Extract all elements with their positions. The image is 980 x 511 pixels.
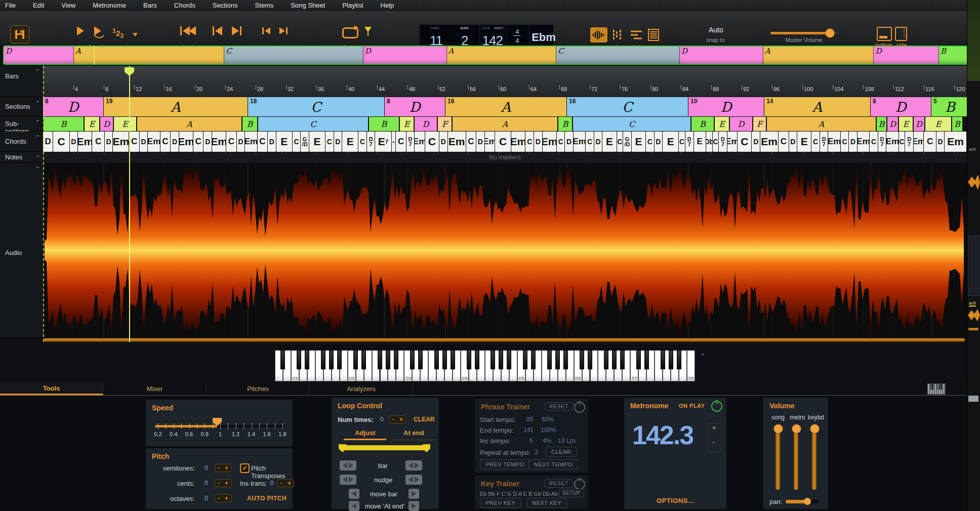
play-icon[interactable]	[77, 26, 84, 35]
menu-stems[interactable]: Stems	[255, 2, 274, 9]
chord-C[interactable]: C	[779, 132, 788, 152]
volume-handle-metro[interactable]	[792, 424, 801, 434]
black-key[interactable]	[386, 350, 390, 369]
black-key[interactable]	[337, 350, 342, 369]
chord-D7[interactable]: D7	[719, 132, 727, 152]
next-bar-icon[interactable]	[232, 26, 241, 35]
key-setup-button[interactable]: SETUP	[559, 489, 584, 497]
chord-E[interactable]: E	[797, 132, 811, 152]
subsection-block-B[interactable]: B	[558, 116, 573, 132]
subsection-block-D[interactable]: D	[729, 116, 753, 132]
metronome-minus[interactable]: -	[713, 439, 715, 446]
black-key[interactable]	[394, 350, 398, 369]
chord-D[interactable]: D	[655, 132, 663, 152]
octaves-stepper[interactable]: -+	[215, 494, 231, 502]
semitones-stepper[interactable]: -+	[215, 464, 231, 472]
subsection-block-D[interactable]: D	[414, 116, 437, 132]
prev-key-button[interactable]: PREV KEY	[480, 498, 521, 508]
chord-C[interactable]: C	[924, 132, 935, 152]
chord-C[interactable]: C	[586, 132, 594, 152]
pan-handle[interactable]	[804, 498, 811, 505]
loop-tab-adjust[interactable]: Adjust	[344, 429, 386, 440]
subsection-block-D[interactable]: D	[913, 116, 925, 132]
overview-section-D[interactable]: D	[874, 47, 939, 64]
chord-C[interactable]: C	[293, 132, 301, 152]
chord-D[interactable]: D	[203, 132, 212, 152]
sections-row[interactable]: 8D19A18C8D16A16C10D14A8D5B	[43, 97, 967, 116]
chord-E[interactable]: E	[276, 132, 292, 152]
loop-tab-at-end[interactable]: At end	[392, 429, 435, 440]
chord-C[interactable]: C	[617, 132, 623, 152]
chord-Em[interactable]: Em	[448, 132, 466, 152]
overview-section-A[interactable]: A	[447, 47, 557, 64]
black-key[interactable]	[434, 350, 439, 369]
black-key[interactable]	[499, 350, 503, 369]
menu-file[interactable]: File	[5, 2, 16, 9]
chord-Em[interactable]: Em	[148, 132, 159, 152]
prev-bar-icon[interactable]	[213, 26, 222, 35]
black-key[interactable]	[378, 350, 382, 369]
chord-E[interactable]: E	[632, 132, 645, 152]
chord-D7[interactable]: D7	[878, 132, 886, 152]
sidebar-row-audio[interactable]: Audio⌄	[0, 163, 43, 338]
menu-metronome[interactable]: Metronome	[93, 2, 126, 9]
volume-handle-keybd[interactable]	[810, 424, 820, 434]
chord-C[interactable]: C	[129, 132, 139, 152]
black-key[interactable]	[410, 350, 415, 369]
subsection-block-C[interactable]: C	[573, 116, 691, 132]
chevron-down-icon[interactable]: ⌄	[35, 152, 40, 158]
chord-GD[interactable]: G/D	[301, 132, 309, 152]
next-section-icon[interactable]	[279, 27, 288, 34]
chord-C[interactable]: C	[525, 132, 534, 152]
subsection-block-B[interactable]: B	[691, 116, 714, 132]
piano-keyboard[interactable]: C1C2C3C4C5C6C7C8	[275, 350, 695, 381]
section-block-A[interactable]: 16A	[445, 97, 567, 116]
chord-D[interactable]: D	[565, 132, 573, 152]
black-key[interactable]	[620, 350, 625, 369]
loop-clear-button[interactable]: CLEAR	[414, 416, 434, 423]
metronome-stepper[interactable]: + -	[707, 423, 721, 452]
bar-tab[interactable]: BAR	[461, 26, 469, 30]
metronome-plus[interactable]: +	[712, 424, 716, 432]
chevron-down-icon[interactable]: ⌄	[35, 97, 40, 104]
chord-C[interactable]: C	[713, 132, 719, 152]
section-block-D[interactable]: 10D	[688, 97, 764, 116]
section-block-A[interactable]: 14A	[764, 97, 871, 116]
prev-tempo-button[interactable]: PREV TEMPO	[480, 459, 530, 470]
begin-icon[interactable]	[180, 26, 196, 35]
black-key[interactable]	[329, 350, 334, 369]
save-button[interactable]	[10, 25, 29, 44]
chord-D[interactable]: D	[334, 132, 342, 152]
chord-D[interactable]: D	[237, 132, 245, 152]
chord-E[interactable]: E	[309, 132, 325, 152]
waveform-area[interactable]	[43, 163, 967, 338]
play-from-last-icon[interactable]	[94, 26, 101, 37]
loop-nudge-left-buttons[interactable]	[340, 475, 356, 485]
subsection-block-B[interactable]: B	[952, 116, 963, 132]
prev-section-icon[interactable]	[262, 27, 270, 34]
subsection-block-E[interactable]: E	[84, 116, 100, 132]
black-key[interactable]	[507, 350, 511, 369]
chord-D[interactable]: D	[105, 132, 113, 152]
black-key[interactable]	[547, 350, 552, 369]
menu-edit[interactable]: Edit	[33, 2, 44, 9]
chord-C[interactable]: C	[646, 132, 654, 152]
chord-E7[interactable]: E7	[375, 132, 391, 152]
chord-C[interactable]: C	[495, 132, 511, 152]
overview-section-C[interactable]: C	[556, 47, 680, 64]
black-key[interactable]	[612, 350, 617, 369]
sidebar-row-bars[interactable]: Bars⌄	[0, 66, 43, 97]
count-in-icon[interactable]: 123	[112, 27, 124, 39]
chord-Em[interactable]: Em	[179, 132, 193, 152]
loop-bar-right-buttons[interactable]	[405, 460, 422, 471]
chord-D7[interactable]: D7	[905, 132, 913, 152]
volume-slider-keybd[interactable]	[812, 426, 816, 490]
chord-C[interactable]: C	[679, 132, 685, 152]
chevron-down-icon[interactable]: ⌄	[35, 163, 40, 169]
chord-D[interactable]: D	[70, 132, 78, 152]
section-block-C[interactable]: 16C	[567, 97, 688, 116]
subsection-block-E[interactable]: E	[399, 116, 414, 132]
chord-GD[interactable]: G/D	[623, 132, 631, 152]
section-block-B[interactable]: 5B	[931, 97, 967, 116]
metronome-power-icon[interactable]	[711, 401, 722, 412]
